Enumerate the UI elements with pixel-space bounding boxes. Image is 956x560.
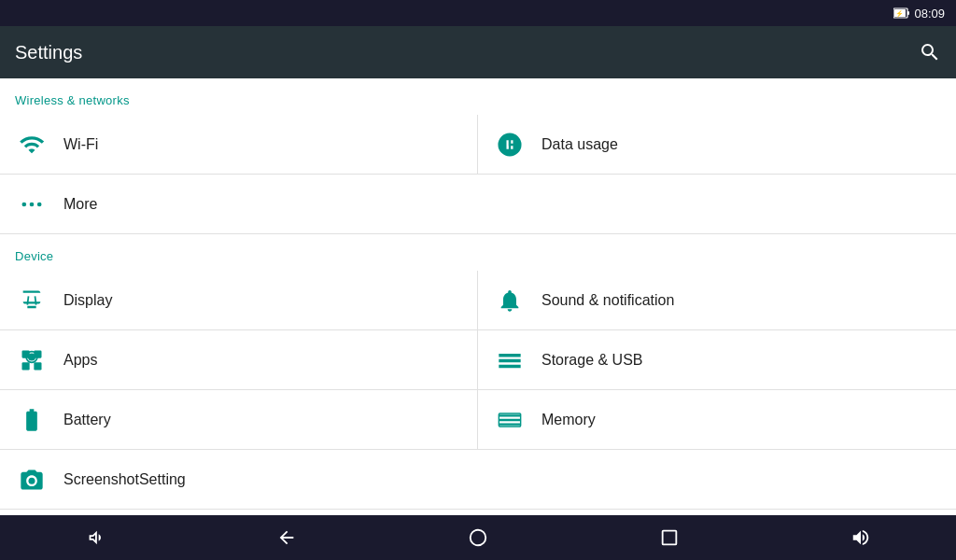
- nav-bar: [0, 515, 956, 560]
- volume-up-nav[interactable]: [828, 520, 893, 555]
- svg-rect-10: [22, 362, 30, 370]
- display-icon: [15, 284, 49, 317]
- volume-down-nav[interactable]: [63, 520, 128, 555]
- display-label: Display: [63, 292, 112, 309]
- display-item[interactable]: Display: [0, 271, 478, 330]
- more-item[interactable]: More: [0, 175, 956, 234]
- device-grid: Display Sound & notification: [0, 271, 956, 510]
- bell-icon: [493, 284, 527, 317]
- wireless-section-header: Wireless & networks: [0, 78, 956, 115]
- memory-label: Memory: [541, 412, 596, 428]
- device-section-header: Device: [0, 234, 956, 271]
- svg-rect-11: [34, 362, 41, 370]
- app-bar-title: Settings: [15, 42, 82, 63]
- screenshot-label: ScreenshotSetting: [63, 471, 186, 488]
- wifi-label: Wi-Fi: [63, 136, 98, 153]
- more-label: More: [63, 196, 97, 213]
- storage-label: Storage & USB: [541, 352, 643, 369]
- data-usage-item[interactable]: Data usage: [478, 115, 956, 175]
- screenshot-item[interactable]: ScreenshotSetting: [0, 450, 956, 510]
- apps-icon: [15, 343, 49, 377]
- data-usage-icon: [493, 128, 527, 161]
- settings-content: Wireless & networks Wi-Fi Data usage: [0, 78, 956, 515]
- svg-text:⚡: ⚡: [895, 9, 904, 18]
- battery-icon: ⚡: [893, 7, 910, 20]
- more-icon: [15, 188, 49, 221]
- battery-label: Battery: [63, 412, 111, 428]
- app-bar: Settings: [0, 26, 956, 78]
- recents-nav[interactable]: [637, 520, 702, 555]
- battery-icon: [15, 403, 49, 437]
- memory-item[interactable]: Memory: [478, 390, 956, 450]
- data-usage-label: Data usage: [541, 136, 618, 153]
- search-button[interactable]: [919, 41, 941, 63]
- svg-point-16: [471, 530, 486, 546]
- sound-item[interactable]: Sound & notification: [478, 271, 956, 330]
- svg-point-5: [22, 202, 27, 206]
- memory-icon: [493, 403, 527, 437]
- storage-item[interactable]: Storage & USB: [478, 330, 956, 390]
- svg-point-6: [30, 202, 35, 206]
- home-nav[interactable]: [445, 520, 511, 555]
- wifi-item[interactable]: Wi-Fi: [0, 115, 478, 175]
- screenshot-icon: [15, 463, 49, 497]
- wireless-grid: Wi-Fi Data usage: [0, 115, 956, 234]
- back-nav[interactable]: [254, 520, 319, 555]
- svg-point-13: [28, 353, 35, 360]
- svg-rect-17: [662, 531, 676, 545]
- storage-icon: [493, 343, 527, 377]
- battery-item[interactable]: Battery: [0, 390, 478, 450]
- apps-label: Apps: [63, 352, 97, 369]
- apps-item[interactable]: Apps: [0, 330, 478, 390]
- wifi-icon: [15, 128, 49, 161]
- svg-point-7: [37, 202, 42, 206]
- svg-rect-2: [907, 11, 909, 15]
- status-bar: ⚡ 08:09: [0, 0, 956, 26]
- sound-label: Sound & notification: [541, 292, 674, 309]
- svg-point-15: [29, 477, 35, 483]
- status-time: 08:09: [914, 7, 945, 21]
